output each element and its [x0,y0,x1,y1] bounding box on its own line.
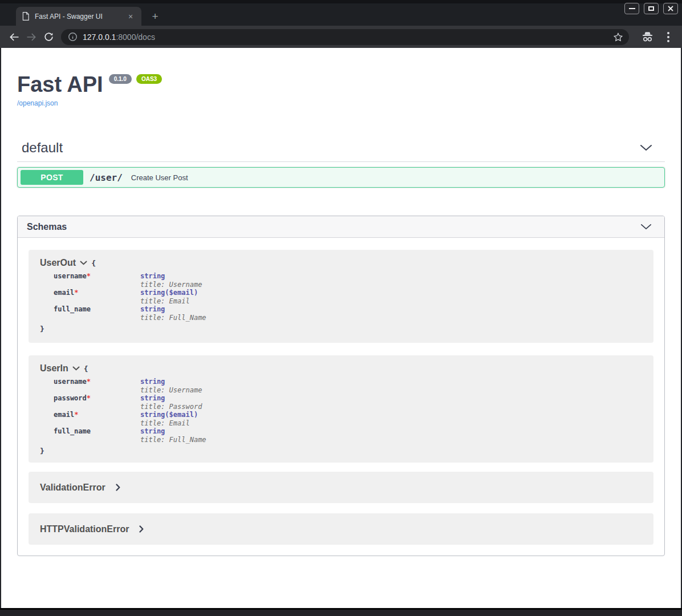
forward-arrow-icon [26,31,37,43]
chevron-right-icon [139,525,144,533]
api-title-text: Fast API [17,73,103,96]
forward-button[interactable] [23,29,40,46]
api-info-section: Fast API 0.1.0 OAS3 /openapi.json [17,48,665,108]
close-brace: } [40,325,642,333]
kebab-menu-icon [667,32,669,42]
window-border-bottom [0,608,682,616]
incognito-indicator [639,29,655,45]
property-type: string [140,394,202,403]
swagger-page: Fast API 0.1.0 OAS3 /openapi.json defaul… [0,48,682,608]
property-type: string [140,378,202,386]
schema-property: full_name string title: Full_Name [54,305,642,322]
browser-menu-button[interactable] [660,29,676,45]
browser-window: Fast API - Swagger UI × + 1 [0,0,682,616]
oas3-badge: OAS3 [136,74,162,84]
property-title: title: Username [140,281,202,289]
model-httpvalidationerror[interactable]: HTTPValidationError [29,513,653,545]
tab-close-icon[interactable]: × [125,11,136,22]
version-badge: 0.1.0 [109,74,132,84]
address-bar[interactable]: 127.0.0.1:8000/docs [61,29,629,45]
chevron-down-icon [72,366,80,371]
http-method-badge: POST [21,170,83,185]
incognito-icon [641,30,654,43]
required-star: * [74,411,78,419]
maximize-icon [648,6,654,11]
schema-property: username* string title: Username [54,378,642,394]
property-title: title: Full_Name [140,436,206,444]
page-title: Fast API 0.1.0 OAS3 [17,73,665,96]
endpoint-path: /user/ [90,172,123,183]
back-arrow-icon [9,31,20,43]
schemas-body: UserOut { username* string title: Userna… [18,238,664,556]
schemas-title: Schemas [27,222,67,232]
property-type: string($email) [140,411,198,419]
schema-property: email* string($email) title: Email [54,289,642,305]
model-title: ValidationError [40,483,105,493]
chevron-right-icon [116,484,120,491]
property-type: string($email) [140,289,198,297]
model-properties: username* string title: Username passwor… [40,378,642,444]
opblock-post-user[interactable]: POST /user/ Create User Post [17,167,665,188]
tag-title: default [22,140,63,156]
model-userout-toggle[interactable]: UserOut { [40,258,642,268]
property-title: title: Full_Name [140,314,206,322]
api-badges: 0.1.0 OAS3 [109,74,162,84]
model-userin-toggle[interactable]: UserIn { [40,363,642,374]
model-title: HTTPValidationError [40,524,129,534]
close-icon [668,6,673,11]
reload-button[interactable] [40,29,57,46]
property-type: string [140,427,206,436]
schema-property: full_name string title: Full_Name [54,427,642,444]
model-title: UserOut [40,258,76,268]
schemas-header[interactable]: Schemas [18,216,664,238]
window-controls [624,3,678,14]
tag-section-default[interactable]: default [17,140,665,162]
open-brace: { [84,364,88,373]
required-star: * [74,289,78,297]
bookmark-star-icon [613,32,623,42]
openapi-spec-link[interactable]: /openapi.json [17,99,58,107]
property-title: title: Password [140,403,202,411]
page-document-icon [22,12,30,21]
schema-property: username* string title: Username [54,272,642,289]
property-title: title: Email [140,297,198,306]
model-properties: username* string title: Username email* … [40,272,642,322]
new-tab-button[interactable]: + [148,10,162,23]
tab-strip: Fast API - Swagger UI × + [0,0,682,26]
property-type: string [140,272,202,281]
window-maximize-button[interactable] [644,3,659,14]
model-title: UserIn [40,363,68,374]
url-text: 127.0.0.1:8000/docs [83,33,155,42]
property-type: string [140,305,206,314]
model-userout: UserOut { username* string title: Userna… [29,250,653,343]
endpoint-summary: Create User Post [131,173,188,182]
reload-icon [43,31,54,42]
chevron-down-icon[interactable] [640,224,652,230]
window-minimize-button[interactable] [624,3,639,14]
required-star: * [87,394,91,402]
schema-property: password* string title: Password [54,394,642,411]
schemas-section: Schemas UserOut { username* st [17,216,665,556]
required-star: * [87,272,91,280]
required-star: * [87,378,91,386]
page-info-icon[interactable] [68,32,78,42]
open-brace: { [91,259,96,268]
back-button[interactable] [6,29,23,46]
schema-property: email* string($email) title: Email [54,411,642,427]
close-brace: } [40,447,642,455]
url-host: 127.0.0.1 [83,33,116,42]
model-validationerror[interactable]: ValidationError [29,472,653,503]
model-userin: UserIn { username* string title: Usernam… [29,355,653,463]
minimize-icon [629,8,635,9]
browser-toolbar: 127.0.0.1:8000/docs [0,26,682,48]
chevron-down-icon[interactable] [640,144,652,151]
chevron-down-icon [80,261,87,265]
browser-tab[interactable]: Fast API - Swagger UI × [16,7,141,26]
bookmark-button[interactable] [613,32,623,42]
property-title: title: Email [140,419,198,428]
tab-title: Fast API - Swagger UI [35,13,103,21]
property-title: title: Username [140,386,202,395]
window-border-left [0,48,1,608]
url-path: :8000/docs [116,33,155,42]
window-close-button[interactable] [663,3,678,14]
